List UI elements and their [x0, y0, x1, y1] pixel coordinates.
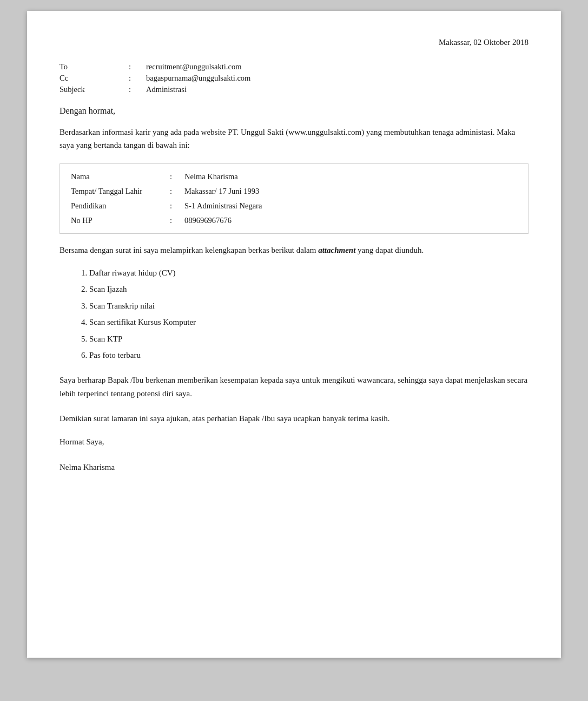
list-item: 1. Daftar riwayat hidup (CV)	[81, 267, 528, 279]
body-paragraph-1: Saya berharap Bapak /Ibu berkenan member…	[60, 374, 528, 401]
cc-value: bagaspurnama@unggulsakti.com	[146, 74, 528, 83]
info-label-nama: Nama	[71, 172, 157, 181]
info-row-nohp: No HP : 089696967676	[71, 213, 517, 228]
info-row-ttl: Tempat/ Tanggal Lahir : Makassar/ 17 Jun…	[71, 184, 517, 199]
attachment-before: Bersama dengan surat ini saya melampirka…	[60, 246, 318, 254]
date-line: Makassar, 02 Oktober 2018	[60, 38, 528, 47]
info-label-nohp: No HP	[71, 216, 157, 225]
closing: Hormat Saya,	[60, 437, 528, 447]
info-colon-nohp: :	[157, 216, 184, 225]
signature-name: Nelma Kharisma	[60, 463, 528, 472]
to-label: To	[60, 62, 114, 71]
greeting: Dengan hormat,	[60, 106, 528, 116]
list-item: 4. Scan sertifikat Kursus Komputer	[81, 316, 528, 329]
attachment-text: Bersama dengan surat ini saya melampirka…	[60, 244, 528, 257]
header-fields: To : recruitment@unggulsakti.com Cc : ba…	[60, 62, 528, 94]
to-field-row: To : recruitment@unggulsakti.com	[60, 62, 528, 71]
intro-paragraph: Berdasarkan informasi karir yang ada pad…	[60, 126, 528, 152]
cc-colon: :	[114, 74, 146, 83]
date-text: Makassar, 02 Oktober 2018	[439, 38, 528, 47]
info-value-nama: Nelma Kharisma	[184, 172, 517, 181]
attachment-italic: attachment	[318, 246, 355, 254]
letter-page: Makassar, 02 Oktober 2018 To : recruitme…	[27, 11, 561, 658]
list-item: 5. Scan KTP	[81, 333, 528, 345]
info-colon-pendidikan: :	[157, 201, 184, 211]
attachment-list: 1. Daftar riwayat hidup (CV) 2. Scan Ija…	[81, 267, 528, 362]
subject-field-row: Subjeck : Administrasi	[60, 85, 528, 94]
info-table: Nama : Nelma Kharisma Tempat/ Tanggal La…	[60, 163, 528, 234]
info-colon-nama: :	[157, 172, 184, 181]
cc-field-row: Cc : bagaspurnama@unggulsakti.com	[60, 74, 528, 83]
info-row-pendidikan: Pendidikan : S-1 Administrasi Negara	[71, 199, 517, 213]
attachment-after: yang dapat diunduh.	[355, 246, 424, 254]
to-value: recruitment@unggulsakti.com	[146, 62, 528, 71]
info-label-ttl: Tempat/ Tanggal Lahir	[71, 187, 157, 196]
list-item: 6. Pas foto terbaru	[81, 349, 528, 362]
subject-colon: :	[114, 85, 146, 94]
list-item: 3. Scan Transkrip nilai	[81, 300, 528, 312]
signature-gap	[60, 451, 528, 463]
to-colon: :	[114, 62, 146, 71]
list-item: 2. Scan Ijazah	[81, 283, 528, 296]
body-paragraph-2: Demikian surat lamaran ini saya ajukan, …	[60, 412, 528, 425]
info-value-nohp: 089696967676	[184, 216, 517, 225]
info-row-nama: Nama : Nelma Kharisma	[71, 169, 517, 184]
info-value-pendidikan: S-1 Administrasi Negara	[184, 201, 517, 211]
subject-value: Administrasi	[146, 85, 528, 94]
info-value-ttl: Makassar/ 17 Juni 1993	[184, 187, 517, 196]
cc-label: Cc	[60, 74, 114, 83]
info-colon-ttl: :	[157, 187, 184, 196]
info-label-pendidikan: Pendidikan	[71, 201, 157, 211]
subject-label: Subjeck	[60, 85, 114, 94]
